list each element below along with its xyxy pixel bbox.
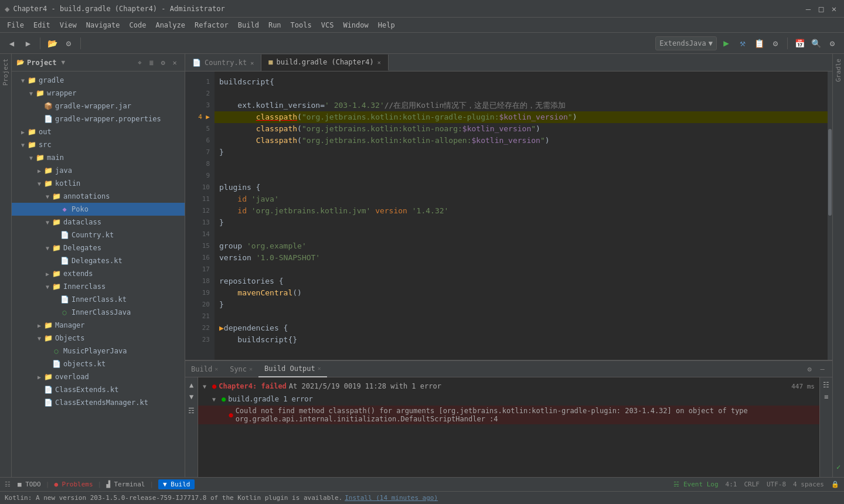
build-tab-close[interactable]: ✕	[215, 366, 218, 372]
build-filter-icon[interactable]: ☶	[186, 406, 197, 416]
run-config-dropdown[interactable]: ExtendsJava ▼	[655, 36, 717, 50]
tree-item-kotlin[interactable]: ▼ 📁 kotlin	[12, 177, 185, 190]
tree-item-annotations[interactable]: ▼ 📁 annotations	[12, 190, 185, 203]
build-row-chapter4[interactable]: ▼ ● Chapter4: failed At 2021/5/19 0019 1…	[198, 380, 819, 393]
tree-item-extends[interactable]: ▶ 📁 extends	[12, 267, 185, 280]
close-button[interactable]: ✕	[829, 4, 839, 14]
notification-link[interactable]: Install (14 minutes ago)	[345, 494, 438, 502]
debug-button[interactable]: ⚒	[736, 36, 750, 50]
expand-arrow-out[interactable]: ▶	[19, 129, 27, 135]
tree-item-innerclass[interactable]: ▼ 📁 Innerclass	[12, 280, 185, 293]
sync-tab-close[interactable]: ✕	[249, 366, 253, 372]
tab-country-kt[interactable]: 📄 Country.kt ✕	[185, 55, 261, 71]
menu-file[interactable]: File	[2, 20, 29, 30]
build-label[interactable]: ▼ Build	[158, 479, 195, 489]
tree-item-classextendsmanager[interactable]: 📄 ClassExtendsManager.kt	[12, 396, 185, 409]
build-output-tab-close[interactable]: ✕	[318, 365, 321, 372]
tab-build-output[interactable]: Build Output ✕	[258, 361, 327, 377]
right-notifications-icon[interactable]: ✓	[833, 462, 844, 472]
expand-arrow-src[interactable]: ▼	[19, 142, 27, 148]
expand-arrow-wrapper[interactable]: ▼	[27, 90, 35, 97]
tree-item-musicplayerjava[interactable]: ○ MusicPlayerJava	[12, 345, 185, 357]
menu-code[interactable]: Code	[125, 20, 151, 30]
menu-navigate[interactable]: Navigate	[81, 20, 125, 30]
expand-arrow-dataclass[interactable]: ▼	[43, 219, 52, 226]
build-collapse-icon[interactable]: ≡	[821, 391, 832, 402]
expand-arrow-objects[interactable]: ▼	[35, 335, 43, 342]
tree-item-overload[interactable]: ▶ 📁 overload	[12, 370, 185, 383]
expand-arrow-extends[interactable]: ▶	[43, 271, 52, 277]
back-button[interactable]: ◀	[5, 36, 19, 50]
tree-item-wrapper[interactable]: ▼ 📁 wrapper	[12, 87, 185, 100]
buildgradle-expand[interactable]: ▼	[212, 396, 220, 403]
event-log-label[interactable]: ☵ Event Log	[673, 481, 718, 488]
tree-item-java[interactable]: ▶ 📁 java	[12, 164, 185, 177]
tree-item-manager[interactable]: ▶ 📁 Manager	[12, 319, 185, 332]
project-vert-tab[interactable]: Project	[0, 54, 11, 90]
chapter4-expand[interactable]: ▼	[203, 383, 211, 390]
coverage-button[interactable]: 📋	[752, 36, 766, 50]
menu-vcs[interactable]: VCS	[316, 20, 339, 30]
profile-button[interactable]: ⚙	[768, 36, 782, 50]
tree-item-objects[interactable]: ▼ 📁 Objects	[12, 332, 185, 345]
tree-item-classextends[interactable]: 📄 ClassExtends.kt	[12, 383, 185, 396]
maximize-button[interactable]: □	[816, 4, 826, 14]
gradle-vert-tab[interactable]: Gradle	[833, 54, 844, 87]
tree-item-delegates-kt[interactable]: 📄 Delegates.kt	[12, 254, 185, 267]
menu-view[interactable]: View	[55, 20, 81, 30]
settings-button[interactable]: ⚙	[825, 36, 839, 50]
expand-arrow-annotations[interactable]: ▼	[43, 193, 52, 200]
collapse-all-button[interactable]: ≣	[146, 57, 156, 68]
build-row-error-msg[interactable]: ● Could not find method classpath() for …	[198, 406, 819, 424]
expand-arrow-gradle[interactable]: ▼	[19, 77, 27, 84]
scrollbar-thumb[interactable]	[828, 129, 832, 216]
expand-arrow-overload[interactable]: ▶	[35, 374, 43, 380]
menu-build[interactable]: Build	[233, 20, 264, 30]
tab-build[interactable]: Build ✕	[185, 361, 224, 377]
tree-item-gradle-props[interactable]: 📄 gradle-wrapper.properties	[12, 113, 185, 125]
expand-arrow-innerclass[interactable]: ▼	[43, 284, 52, 290]
menu-analyze[interactable]: Analyze	[151, 20, 190, 30]
minimize-button[interactable]: —	[803, 4, 814, 14]
run-button[interactable]: ▶	[719, 36, 733, 50]
editor-scrollbar[interactable]	[828, 71, 832, 360]
expand-arrow-main[interactable]: ▼	[27, 155, 35, 161]
expand-arrow-delegates[interactable]: ▼	[43, 245, 52, 251]
tree-item-gradle[interactable]: ▼ 📁 gradle	[12, 74, 185, 87]
search-button[interactable]: 🔍	[809, 36, 823, 50]
tree-item-dataclass[interactable]: ▼ 📁 dataclass	[12, 216, 185, 229]
tree-item-src[interactable]: ▼ 📁 src	[12, 138, 185, 151]
locate-button[interactable]: ⌖	[134, 57, 145, 68]
menu-tools[interactable]: Tools	[286, 20, 316, 30]
tree-item-main[interactable]: ▼ 📁 main	[12, 151, 185, 164]
menu-run[interactable]: Run	[264, 20, 286, 30]
problems-label[interactable]: ● Problems	[54, 481, 93, 488]
build-row-buildgradle[interactable]: ▼ ● build.gradle 1 error	[198, 393, 819, 406]
todo-label[interactable]: ■ TODO	[18, 481, 41, 488]
tree-item-gradle-jar[interactable]: 📦 gradle-wrapper.jar	[12, 100, 185, 113]
tree-item-out[interactable]: ▶ 📁 out	[12, 125, 185, 138]
project-structure-button[interactable]: 📂	[45, 36, 59, 50]
tree-item-delegates-folder[interactable]: ▼ 📁 Delegates	[12, 241, 185, 254]
vcs-button[interactable]: 📅	[792, 36, 806, 50]
panel-settings-button[interactable]: ⚙	[158, 57, 168, 68]
build-expand-icon[interactable]: ☷	[821, 380, 832, 390]
tree-item-country[interactable]: 📄 Country.kt	[12, 229, 185, 241]
expand-arrow-java[interactable]: ▶	[35, 168, 43, 174]
code-area[interactable]: buildscript{ ext.kotlin_version=' 203-1.…	[215, 71, 828, 360]
tab-sync[interactable]: Sync ✕	[224, 361, 258, 377]
menu-edit[interactable]: Edit	[29, 20, 55, 30]
tree-item-poko[interactable]: ◆ Poko	[12, 203, 185, 216]
tab-build-gradle[interactable]: ■ build.gradle (Chapter4) ✕	[261, 55, 388, 71]
tree-item-innerclass-kt[interactable]: 📄 InnerClass.kt	[12, 293, 185, 306]
menu-refactor[interactable]: Refactor	[190, 20, 233, 30]
build-up-icon[interactable]: ▲	[186, 380, 197, 390]
bottom-settings-button[interactable]: ⚙	[804, 364, 815, 374]
menu-help[interactable]: Help	[373, 20, 400, 30]
sdk-button[interactable]: ⚙	[62, 36, 76, 50]
tab-build-close[interactable]: ✕	[377, 59, 381, 66]
titlebar-controls[interactable]: — □ ✕	[803, 4, 839, 14]
menu-window[interactable]: Window	[338, 20, 373, 30]
forward-button[interactable]: ▶	[21, 36, 35, 50]
tree-item-innerclassjava[interactable]: ○ InnerClassJava	[12, 306, 185, 319]
